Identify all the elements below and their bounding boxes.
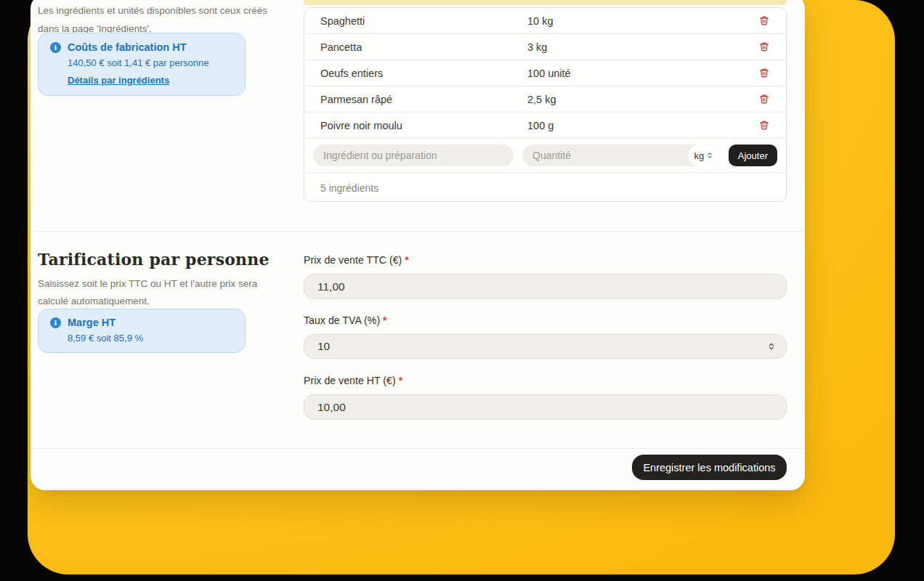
footer-divider — [31, 448, 805, 449]
ingredient-name: Parmesan râpé — [320, 94, 527, 105]
cost-infobox-detail: 140,50 € soit 1,41 € par personne — [68, 57, 233, 68]
ingredients-table: Spaghetti 10 kg Pancetta 3 kg Oeufs enti… — [304, 7, 787, 202]
price-ht-label: Prix de vente HT (€) * — [304, 375, 402, 386]
unit-select-value: kg — [694, 150, 704, 161]
section-divider — [31, 231, 805, 232]
chevron-updown-icon — [767, 341, 776, 352]
trash-icon — [759, 41, 769, 52]
trash-icon — [759, 15, 769, 26]
price-ht-label-text: Prix de vente HT (€) — [304, 375, 396, 386]
ingredient-quantity: 10 kg — [527, 15, 745, 27]
delete-ingredient-button[interactable] — [754, 115, 774, 136]
trash-icon — [759, 68, 769, 78]
cutoff-highlighted-row — [304, 0, 787, 5]
unit-select[interactable]: kg — [687, 145, 720, 166]
info-icon: i — [50, 317, 61, 328]
save-button[interactable]: Enregistrer les modifications — [632, 455, 787, 480]
ingredient-name: Pancetta — [320, 41, 527, 53]
required-asterisk: * — [399, 375, 403, 386]
tva-label-text: Taux de TVA (%) — [304, 314, 380, 326]
quantity-group: kg — [522, 145, 720, 166]
cost-details-link[interactable]: Détails par ingrédients — [68, 75, 169, 86]
add-ingredient-button[interactable]: Ajouter — [729, 145, 777, 166]
price-ttc-input[interactable] — [304, 274, 787, 299]
add-ingredient-row: kg Ajouter — [304, 139, 786, 172]
quantity-input[interactable] — [522, 145, 688, 166]
ingredient-name: Spaghetti — [320, 15, 527, 27]
margin-infobox: i Marge HT 8,59 € soit 85,9 % — [38, 309, 246, 353]
required-asterisk: * — [383, 314, 387, 326]
table-row: Poivre noir moulu 100 g — [304, 113, 786, 139]
trash-icon — [759, 94, 769, 105]
tva-select[interactable]: 10 — [304, 334, 787, 359]
delete-ingredient-button[interactable] — [754, 63, 774, 84]
delete-ingredient-button[interactable] — [754, 37, 774, 57]
pricing-section-description: Saisissez soit le prix TTC ou HT et l'au… — [38, 275, 264, 310]
fabrication-cost-infobox: i Coûts de fabrication HT 140,50 € soit … — [38, 33, 246, 96]
page: Les ingrédients et unités disponibles so… — [0, 0, 924, 581]
tva-label: Taux de TVA (%) * — [304, 314, 387, 326]
required-asterisk: * — [405, 254, 409, 266]
ingredient-quantity: 3 kg — [527, 41, 745, 53]
ingredient-name: Poivre noir moulu — [320, 120, 527, 131]
info-icon: i — [50, 42, 61, 53]
price-ttc-label-text: Prix de vente TTC (€) — [304, 254, 402, 266]
table-row: Pancetta 3 kg — [304, 34, 786, 60]
ingredients-count: 5 ingrédients — [304, 172, 786, 202]
ingredient-quantity: 100 g — [527, 120, 745, 131]
price-ttc-label: Prix de vente TTC (€) * — [304, 254, 409, 266]
ingredient-quantity: 100 unité — [527, 68, 745, 79]
table-row: Parmesan râpé 2,5 kg — [304, 86, 786, 113]
delete-ingredient-button[interactable] — [754, 11, 774, 31]
table-row: Oeufs entiers 100 unité — [304, 60, 786, 86]
tva-select-value: 10 — [317, 340, 330, 353]
delete-ingredient-button[interactable] — [754, 89, 774, 110]
margin-infobox-detail: 8,59 € soit 85,9 % — [68, 333, 233, 344]
ingredient-quantity: 2,5 kg — [527, 94, 745, 105]
trash-icon — [759, 120, 769, 131]
ingredient-name: Oeufs entiers — [320, 68, 527, 79]
pricing-section-title: Tarification par personne — [38, 250, 270, 269]
cost-infobox-title: Coûts de fabrication HT — [68, 41, 187, 53]
ingredient-search-input[interactable] — [313, 145, 514, 166]
table-row: Spaghetti 10 kg — [304, 8, 786, 34]
price-ht-input[interactable] — [304, 394, 787, 420]
margin-infobox-title: Marge HT — [68, 317, 115, 328]
chevron-updown-icon — [706, 150, 713, 161]
